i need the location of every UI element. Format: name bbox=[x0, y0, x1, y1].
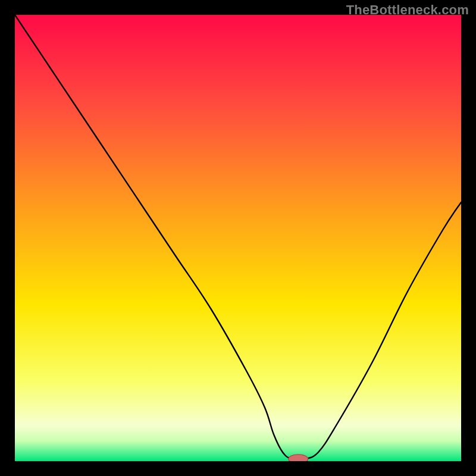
chart-frame: TheBottleneck.com bbox=[0, 0, 476, 476]
plot-area bbox=[15, 15, 461, 461]
gradient-background bbox=[15, 15, 461, 461]
optimal-point-marker bbox=[289, 455, 308, 461]
bottleneck-chart bbox=[15, 15, 461, 461]
